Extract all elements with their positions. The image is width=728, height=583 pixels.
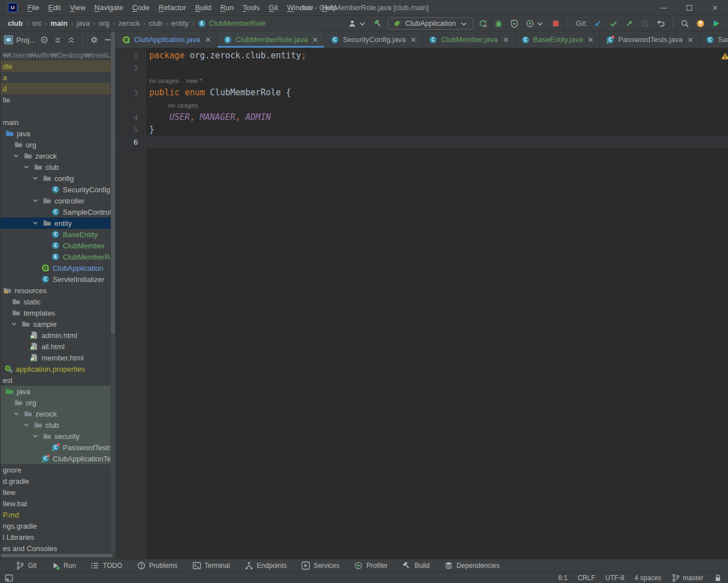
tree-row-java[interactable]: java (1, 128, 110, 139)
tab-clubmemberrole-java[interactable]: EClubMemberRole.java (218, 31, 325, 48)
tree-row-d[interactable]: d (1, 83, 110, 94)
tree-row-users-wlfkr-desktop-intellij-club-c[interactable]: ₩Users₩wlfkr₩Desktop₩IntelliJ₩club₩c (1, 49, 110, 61)
menu-build[interactable]: Build (191, 2, 216, 13)
code-line-6[interactable]: 6 (116, 136, 728, 148)
chevron-down-icon[interactable] (31, 196, 40, 205)
run-configuration-select[interactable]: ClubApplication (388, 17, 473, 30)
tree-row-member-html[interactable]: Hmember.html (1, 352, 110, 363)
line-number[interactable]: 1 (116, 52, 146, 60)
tree-row-club[interactable]: club (1, 419, 110, 431)
tree-row-est[interactable]: est (1, 374, 110, 386)
tree-row-java[interactable]: java (1, 386, 110, 397)
code-area[interactable]: 1package org.zerock.club.entity; 2no usa… (116, 49, 728, 148)
code-editor[interactable]: 1package org.zerock.club.entity; 2no usa… (116, 48, 728, 559)
chevron-down-icon[interactable] (22, 420, 31, 429)
tree-row-main[interactable]: main (1, 117, 110, 128)
breadcrumb-main[interactable]: main (50, 19, 67, 27)
inlay-hint[interactable]: no usages new * (149, 77, 202, 84)
tree-row-clubapplicationtests[interactable]: CClubApplicationTests (1, 453, 110, 464)
tree-row-es-and-consoles[interactable]: es and Consoles (1, 543, 110, 554)
menu-file[interactable]: File (23, 2, 44, 13)
tool-window-button-profiler[interactable]: Profiler (354, 561, 388, 570)
tree-row-llew[interactable]: llew (1, 487, 110, 498)
tool-window-button-build[interactable]: Build (402, 561, 430, 570)
status-6-1[interactable]: 6:1 (558, 574, 568, 582)
line-number[interactable]: 5 (116, 126, 146, 134)
breadcrumb-clubmemberrole[interactable]: EClubMemberRole (197, 19, 265, 28)
toolbox-button[interactable] (710, 17, 722, 30)
menu-tools[interactable]: Tools (238, 2, 264, 13)
tree-row-l-libraries[interactable]: l Libraries (1, 531, 110, 543)
project-panel-title[interactable]: Proj... (16, 36, 35, 44)
tree-row-entity[interactable]: entity (1, 218, 110, 229)
line-number[interactable]: 2 (116, 64, 146, 72)
tool-window-button-dependencies[interactable]: Dependencies (444, 561, 500, 570)
chevron-down-icon[interactable] (12, 409, 21, 418)
tree-row-org[interactable]: org (1, 139, 110, 150)
tree-row-d-gradle[interactable]: d.gradle (1, 475, 110, 487)
code-line-5[interactable]: 5} (116, 123, 728, 136)
breadcrumb-org[interactable]: org (99, 19, 109, 27)
gear-icon[interactable] (90, 35, 99, 44)
tool-window-button-endpoints[interactable]: Endpoints (245, 561, 287, 570)
profiler-button[interactable] (524, 17, 546, 30)
tree-row-lle[interactable]: lle (1, 94, 110, 105)
menu-view[interactable]: View (65, 2, 90, 13)
tool-window-button-services[interactable]: Services (301, 561, 339, 570)
status-utf-8[interactable]: UTF-8 (605, 574, 624, 582)
menu-edit[interactable]: Edit (44, 2, 65, 13)
git-commit-button[interactable] (607, 17, 620, 30)
tree-vertical-scrollbar[interactable] (111, 31, 115, 552)
close-icon[interactable] (501, 35, 510, 44)
breadcrumb-entity[interactable]: entity (171, 19, 188, 27)
chevron-down-icon[interactable] (10, 320, 19, 328)
menu-git[interactable]: Git (264, 2, 283, 13)
update-available-button[interactable] (694, 17, 707, 30)
inspection-widget[interactable]: 1 (721, 52, 728, 61)
tool-window-button-problems[interactable]: Problems (137, 561, 178, 570)
tree-row-dle[interactable]: dle (1, 61, 110, 72)
line-number[interactable]: 6 (116, 138, 146, 146)
search-everywhere-button[interactable] (679, 17, 691, 30)
tree-row-admin-html[interactable]: Hadmin.html (1, 330, 110, 341)
tree-row-llew-bat[interactable]: llew.bat (1, 498, 110, 509)
chevron-down-icon[interactable] (22, 163, 31, 172)
collapse-all-icon[interactable] (67, 35, 76, 44)
tool-window-button-todo[interactable]: TODO (90, 561, 122, 570)
git-push-button[interactable] (623, 17, 635, 30)
tree-row-zerock[interactable]: zerock (1, 408, 110, 419)
tree-row-item[interactable] (1, 105, 110, 117)
tree-row-clubapplication[interactable]: ClubApplication (1, 262, 110, 274)
lock-icon[interactable] (713, 573, 722, 582)
menu-code[interactable]: Code (128, 2, 154, 13)
code-line-4[interactable]: 4 USER, MANAGER, ADMIN (116, 111, 728, 123)
tree-row-passwordtests[interactable]: CPasswordTests (1, 442, 110, 453)
maximize-button[interactable] (676, 0, 702, 16)
close-icon[interactable] (204, 35, 213, 44)
chevron-down-icon[interactable] (31, 174, 40, 183)
tree-row-all-html[interactable]: Hall.html (1, 341, 110, 352)
chevron-down-icon[interactable] (31, 219, 40, 228)
close-icon[interactable] (686, 35, 695, 44)
menu-refactor[interactable]: Refactor (154, 2, 191, 13)
tree-row-static[interactable]: static (1, 296, 110, 307)
breadcrumb-src[interactable]: src (32, 19, 42, 27)
rerun-button[interactable] (477, 17, 489, 30)
tab-clubmember-java[interactable]: CClubMember.java (423, 31, 515, 48)
tree-row-gnore[interactable]: gnore (1, 464, 110, 475)
layout-icon[interactable] (4, 573, 13, 582)
tree-row-servletinitializer[interactable]: CServletInitializer (1, 274, 110, 285)
tree-row-zerock[interactable]: zerock (1, 150, 110, 161)
tool-window-button-git[interactable]: Git (16, 561, 36, 570)
breadcrumb-club[interactable]: club (8, 19, 23, 27)
tree-row-org[interactable]: org (1, 397, 110, 408)
tree-row-a[interactable]: a (1, 72, 110, 83)
inlay-hint[interactable]: no usages (168, 102, 198, 109)
tab-securityconfig-java[interactable]: CSecurityConfig.java (325, 31, 423, 48)
debug-button[interactable] (492, 17, 505, 30)
tab-baseentity-java[interactable]: CBaseEntity.java (515, 31, 601, 48)
tree-row-samplecontroller[interactable]: CSampleController (1, 206, 110, 218)
menu-run[interactable]: Run (216, 2, 238, 13)
tree-row-p-md[interactable]: P.md (1, 509, 110, 520)
code-line-1[interactable]: 1package org.zerock.club.entity; (116, 49, 728, 62)
